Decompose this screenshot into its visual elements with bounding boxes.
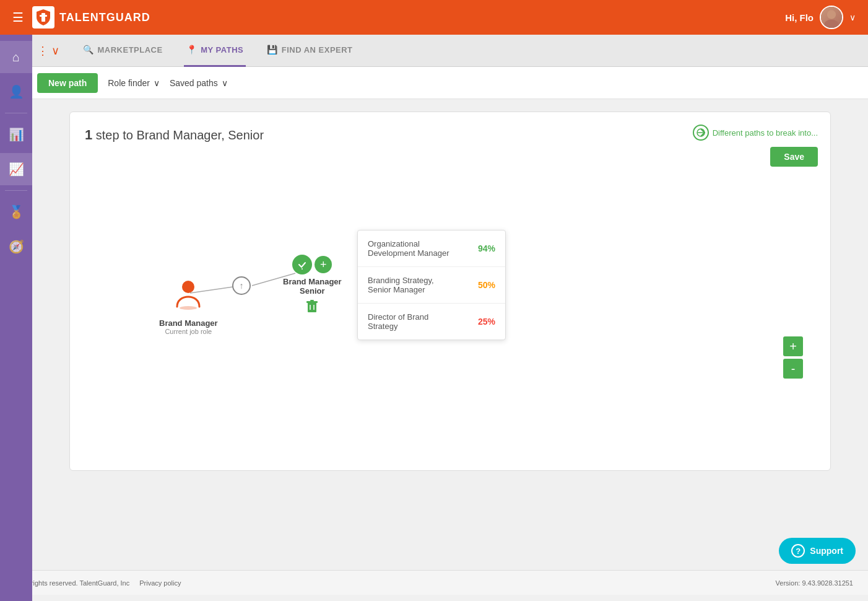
nav-mypaths[interactable]: 📍 MY PATHS [184, 35, 246, 67]
top-nav-right: Hi, Flo ∨ [785, 6, 856, 29]
main-content: 1 step to Brand Manager, Senior Differen… [32, 99, 868, 570]
popup-role-3: Director of BrandStrategy [368, 312, 428, 331]
chart-icon: 📊 [9, 127, 24, 142]
popup-pct-1: 94% [478, 243, 495, 253]
popup-row-1[interactable]: OrganizationalDevelopment Manager 94% [358, 230, 505, 267]
sidebar-divider [5, 113, 27, 113]
hamburger-icon[interactable]: ☰ [12, 10, 24, 25]
svg-rect-9 [308, 302, 316, 312]
svg-point-7 [182, 281, 194, 293]
popup-pct-2: 50% [478, 280, 495, 290]
person-icon [175, 279, 202, 316]
marketplace-icon: 🔍 [83, 45, 94, 55]
up-arrow-icon: ↑ [232, 276, 251, 295]
target-role-icons: + [292, 255, 332, 274]
check-pin-icon [292, 255, 312, 274]
home-icon: ⌂ [12, 50, 20, 64]
sec-nav-dots[interactable]: ⋮ ∨ [37, 44, 59, 58]
avatar [820, 6, 843, 29]
target-role-node: + Brand Manager Senior [283, 255, 342, 318]
popup-pct-3: 25% [478, 317, 495, 327]
popup-role-1: OrganizationalDevelopment Manager [368, 239, 449, 258]
sidebar-item-chart[interactable]: 📊 [0, 118, 32, 151]
growth-icon: 📈 [9, 162, 24, 177]
zoom-in-button[interactable]: + [783, 336, 803, 356]
sidebar-item-growth[interactable]: 📈 [0, 153, 32, 185]
sidebar-divider-2 [5, 190, 27, 191]
saved-paths-chevron-icon: ∨ [222, 78, 228, 88]
logo: TALENTGUARD [32, 6, 150, 29]
zoom-controls: + - [783, 336, 803, 379]
logo-text: TALENTGUARD [59, 11, 150, 24]
role-finder-chevron-icon: ∨ [154, 78, 160, 88]
toolbar: New path Role finder ∨ Saved paths ∨ [0, 67, 868, 99]
trash-icon[interactable] [306, 299, 318, 318]
different-paths-link[interactable]: Different paths to break into... [693, 125, 818, 141]
sidebar: ⌂ 👤 📊 📈 🏅 🧭 [0, 35, 32, 601]
svg-rect-1 [40, 15, 47, 17]
svg-rect-0 [41, 13, 45, 22]
support-button[interactable]: ? Support [779, 538, 856, 564]
privacy-policy-link[interactable]: Privacy policy [139, 579, 181, 587]
svg-point-3 [824, 20, 838, 29]
svg-point-2 [827, 10, 836, 19]
avatar-image [821, 7, 842, 28]
badge-icon: 🏅 [9, 204, 24, 219]
plus-pin-icon[interactable]: + [315, 256, 332, 273]
zoom-out-button[interactable]: - [783, 359, 803, 379]
saved-paths-dropdown[interactable]: Saved paths ∨ [170, 78, 228, 88]
user-greeting: Hi, Flo [785, 12, 814, 23]
nav-marketplace[interactable]: 🔍 MARKETPLACE [80, 35, 165, 67]
role-finder-dropdown[interactable]: Role finder ∨ [108, 78, 160, 88]
compass-icon: 🧭 [9, 239, 24, 254]
logo-shield [32, 6, 54, 29]
current-role-sublabel: Current job role [165, 328, 212, 335]
username: Flo [800, 12, 814, 23]
current-role-label: Brand Manager [159, 318, 218, 328]
chevron-down-icon[interactable]: ∨ [849, 12, 856, 22]
version-text: Version: 9.43.9028.31251 [776, 579, 853, 587]
sidebar-item-badge[interactable]: 🏅 [0, 196, 32, 228]
popup-card: OrganizationalDevelopment Manager 94% Br… [357, 230, 506, 340]
sidebar-item-home[interactable]: ⌂ [0, 41, 32, 73]
new-path-button[interactable]: New path [37, 73, 98, 93]
findexpert-icon: 💾 [267, 45, 278, 55]
svg-point-8 [180, 306, 197, 310]
diagram-area: Brand Manager Current job role ↑ [85, 156, 815, 403]
footer-left: ® All rights reserved. TalentGuard, Inc … [15, 579, 181, 587]
nav-findexpert[interactable]: 💾 FIND AN EXPERT [264, 35, 355, 67]
people-icon: 👤 [9, 84, 24, 99]
popup-row-2[interactable]: Branding Strategy,Senior Manager 50% [358, 267, 505, 304]
svg-rect-11 [310, 300, 314, 301]
transition-node: ↑ [232, 276, 251, 295]
sidebar-item-compass[interactable]: 🧭 [0, 230, 32, 263]
current-role-node: Brand Manager Current job role [159, 279, 218, 335]
top-nav: ☰ TALENTGUARD Hi, Flo [0, 0, 868, 35]
logo-svg [37, 9, 50, 25]
path-canvas: 1 step to Brand Manager, Senior Differen… [69, 112, 831, 471]
sidebar-item-people[interactable]: 👤 [0, 76, 32, 108]
mypaths-icon: 📍 [186, 45, 197, 55]
popup-role-2: Branding Strategy,Senior Manager [368, 276, 434, 294]
target-role-label: Brand Manager Senior [283, 277, 342, 296]
sec-nav: ⋮ ∨ 🔍 MARKETPLACE 📍 MY PATHS 💾 FIND AN E… [0, 35, 868, 67]
popup-row-3[interactable]: Director of BrandStrategy 25% [358, 304, 505, 340]
navigation-icon [693, 125, 709, 141]
footer: ® All rights reserved. TalentGuard, Inc … [0, 570, 868, 595]
support-circle-icon: ? [791, 544, 805, 558]
svg-rect-10 [306, 301, 318, 303]
